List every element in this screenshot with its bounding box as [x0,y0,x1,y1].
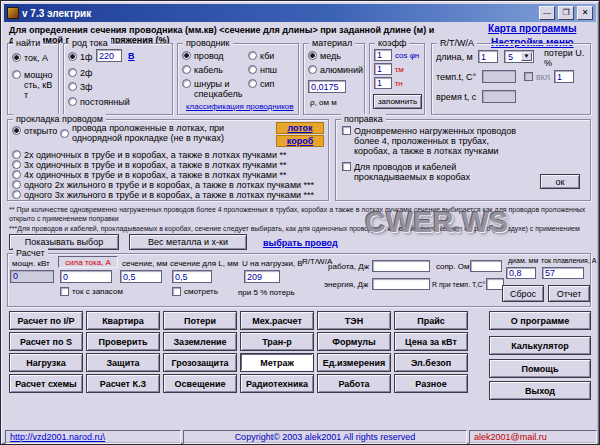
menu-button-metrazh[interactable]: Метраж [240,353,314,372]
temp-on-checkbox[interactable]: вкл [524,72,550,82]
metal-weight-button[interactable]: Вес металла и х-ки [129,234,247,250]
find-option-current[interactable]: ток, А [12,53,58,63]
menu-button-short-circuit[interactable]: Расчет К.З [86,374,160,393]
laying-tray-option[interactable]: провода проложенные в лотках, при одноря… [60,123,270,143]
choose-wire-link[interactable]: выбрать провод [263,238,338,248]
current-input[interactable] [60,270,112,283]
aluminum-option[interactable]: алюминий [308,65,363,75]
program-map-link[interactable]: Карта программы [488,24,576,34]
menu-button-losses[interactable]: Потери [163,311,237,330]
section-l-input[interactable] [172,270,212,283]
length-input[interactable] [478,50,498,63]
section-input[interactable] [120,270,162,283]
dc-option[interactable]: постоянный [68,97,130,107]
app-icon [7,7,19,19]
remember-button[interactable]: запомнить [373,94,422,109]
menu-button-price-per-kw[interactable]: Цена за кВт [394,332,468,351]
correction-check-1[interactable]: Одновременно нагруженных проводов более … [342,126,530,156]
sip-option[interactable]: сип [248,79,274,89]
maximize-button[interactable]: ❐ [558,6,574,20]
reset-button[interactable]: Сброс [502,285,544,302]
work-input[interactable] [372,260,430,272]
conductor-classification-link[interactable]: классификация проводников [186,102,293,111]
melting-input[interactable] [542,267,584,279]
menu-button-formulas[interactable]: Формулы [317,332,391,351]
cos-phi-label: cos φн [395,51,419,60]
help-button[interactable]: Помощь [489,359,591,378]
radio-icon [68,97,77,106]
menu-button-circuit-calc[interactable]: Расчет схемы [9,374,83,393]
radio-icon [308,65,317,74]
temp-display[interactable] [482,70,516,83]
phase2-option[interactable]: 2ф [68,68,92,78]
menu-button-work[interactable]: Работа [317,374,391,393]
menu-button-apartment[interactable]: Квартира [86,311,160,330]
cos-phi-input[interactable] [374,49,392,61]
report-button[interactable]: Отчет [548,285,590,302]
menu-button-check[interactable]: Проверить [86,332,160,351]
window-title: v 7.3 электрик [22,8,536,19]
laying-option-4x[interactable]: 4х одиночных в трубе и в коробах, а такж… [12,170,326,180]
laying-option-one-2core[interactable]: одного 2х жильного в трубе и в коробах, … [12,180,326,190]
close-button[interactable]: ✕ [577,6,593,20]
voltage-unit-link[interactable]: В [128,51,135,61]
exit-button[interactable]: Выход [489,381,591,400]
radio-icon [182,79,191,88]
resistivity-input[interactable] [308,80,346,93]
menu-button-load[interactable]: Нагрузка [9,353,83,372]
length-combo[interactable]: 5 ▼ [504,50,534,63]
site-link[interactable]: http://vzd2001.narod.ru\ [10,431,105,443]
time-display[interactable] [482,90,516,103]
copper-option[interactable]: медь [308,51,341,61]
watch-checkbox[interactable]: смотреть [172,287,218,297]
minimize-button[interactable]: — [539,6,555,20]
energy-input[interactable] [372,278,430,290]
cords-option[interactable]: шнуры и спецкабель [182,79,244,99]
tau-n-input[interactable] [374,77,392,89]
loss-input[interactable] [554,70,574,83]
material-legend: материал [309,38,355,49]
resistance-input[interactable] [470,260,502,272]
about-button[interactable]: О программе [489,311,591,330]
menu-button-calc-by-s[interactable]: Расчет по S [9,332,83,351]
menu-button-calc-by-ip[interactable]: Расчет по I/P [9,311,83,330]
laying-open-option[interactable]: открыто [12,126,57,136]
cable-option[interactable]: кабель [182,65,223,75]
wire-option[interactable]: провод [182,51,224,61]
box-link[interactable]: короб [276,135,324,147]
menu-button-units[interactable]: Ед.измерения [317,353,391,372]
laying-option-2x[interactable]: 2х одиночных в трубе и в коробах, а такж… [12,150,326,160]
correction-check-2[interactable]: Для проводов и кабелей прокладываемых в … [342,162,530,182]
kbi-option[interactable]: кби [248,51,274,61]
tray-link[interactable]: лоток [276,122,324,134]
menu-button-lightning[interactable]: Грозозащита [163,353,237,372]
email-link[interactable]: alek2001@mail.ru [474,431,547,443]
current-reserve-checkbox[interactable]: ток с запасом [60,287,123,297]
checkbox-icon [172,287,181,296]
tau-m-input[interactable] [374,63,392,75]
chevron-down-icon[interactable]: ▼ [521,52,532,61]
menu-button-protection[interactable]: Защита [86,353,160,372]
diameter-input[interactable] [506,267,536,279]
menu-button-radio[interactable]: Радиотехника [240,374,314,393]
checkbox-icon [60,287,69,296]
menu-button-el-safety[interactable]: Эл.безоп [394,353,468,372]
menu-button-ten[interactable]: ТЭН [317,311,391,330]
menu-button-grounding[interactable]: Заземление [163,332,237,351]
power-display[interactable]: 0 [10,270,54,283]
npsh-option[interactable]: нпш [248,65,277,75]
load-voltage-input[interactable] [244,270,280,283]
menu-button-lighting[interactable]: Освещение [163,374,237,393]
menu-button-transformer[interactable]: Тран-р [240,332,314,351]
calculator-button[interactable]: Калькулятор [489,336,591,355]
find-option-power[interactable]: мощность, кВт [12,70,58,100]
phase3-option[interactable]: 3ф [68,82,92,92]
voltage-input[interactable] [96,49,122,62]
menu-button-price[interactable]: Прайс [394,311,468,330]
laying-option-one-3core[interactable]: одного 3х жильного в трубе и в коробах, … [12,190,326,200]
phase1-option[interactable]: 1ф [68,52,92,62]
menu-button-mech-calc[interactable]: Мех.расчет [240,311,314,330]
laying-option-3x[interactable]: 3х одиночных в трубе и в коробах, а такж… [12,160,326,170]
menu-button-misc[interactable]: Разное [394,374,468,393]
ok-button[interactable]: ок [540,174,580,189]
